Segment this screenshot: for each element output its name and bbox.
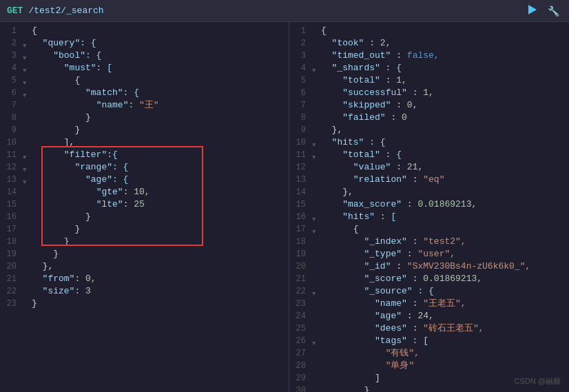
code-segment: "SxMV230Bs4n-zU6k6k0_", [407,261,530,271]
line-content: { [320,25,569,37]
code-line: 6▼ "match": { [0,87,289,99]
line-content: "lte": 25 [30,198,289,211]
code-segment: 0.01869213, [417,199,477,209]
code-line: 1{ [289,25,569,37]
code-line: 22▼ "_source" : { [289,285,569,298]
code-segment [321,360,386,371]
code-segment: } [32,112,91,123]
code-segment: "name" [96,100,129,110]
code-segment: "单身" [386,360,415,371]
code-segment: 2, [380,38,391,48]
code-segment: } [321,385,369,392]
code-line: 5▼ { [0,74,289,87]
code-segment: "must": [ [32,63,112,73]
line-content: "hits" : { [320,136,569,149]
expand-icon[interactable]: ▼ [312,152,315,164]
line-number: 23 [289,298,311,310]
expand-icon[interactable]: ▼ [312,226,315,238]
run-button[interactable] [526,3,539,18]
code-segment: "_id" [364,261,391,271]
code-segment: "_shards" : { [321,63,402,73]
expand-icon[interactable]: ▼ [23,90,26,102]
right-panel[interactable]: 1{2 "took" : 2,3 "timed_out" : false,4▼ … [289,22,569,392]
code-segment [32,286,43,296]
request-path: /test2/_search [28,6,103,16]
code-segment: : [407,174,423,185]
expand-icon[interactable]: ▼ [312,288,315,300]
code-segment: } [32,249,59,259]
line-content: "relation" : "eq" [320,174,569,186]
left-panel[interactable]: 1{2▼ "query": {3▼ "bool": {4▼ "must": [5… [0,22,289,392]
code-line: 20 }, [0,260,289,273]
line-content: { [30,74,289,87]
code-segment: : [380,75,396,85]
code-segment: "took" [332,38,364,48]
code-line: 4▼ "_shards" : { [289,62,569,74]
code-segment: ] [321,373,380,383]
line-number: 19 [0,248,22,260]
line-content: "from": 0, [30,273,289,285]
settings-button[interactable]: 🔧 [545,4,562,18]
line-content: "tags" : [ [320,335,569,347]
code-line: 10 ], [0,136,289,149]
line-number: 17 [0,223,22,236]
code-segment: }, [32,261,53,271]
code-line: 21 "_score" : 0.01869213, [289,273,569,285]
line-number: 4 [0,62,22,74]
code-line: 2▼ "query": { [0,37,289,50]
code-line: 8 "failed" : 0 [289,112,569,124]
expand-icon[interactable]: ▼ [23,152,26,164]
line-number: 8 [289,112,311,124]
line-number: 6 [289,87,311,99]
expand-icon[interactable]: ▼ [23,65,26,77]
code-segment: 3 [85,286,91,296]
line-content: "单身" [320,360,569,372]
line-content: "value" : 21, [320,161,569,174]
line-content: }, [320,186,569,198]
code-segment [321,87,342,98]
line-content: "match": { [30,87,289,99]
expand-icon[interactable]: ▼ [23,176,26,189]
code-segment: : [407,323,423,333]
line-content: "total" : { [320,149,569,161]
line-number: 9 [0,124,22,136]
code-segment: : [123,199,134,209]
code-line: 1{ [0,25,289,37]
code-segment: "王" [139,100,159,110]
code-segment: "timed_out" [332,50,391,61]
line-content: "took" : 2, [320,37,569,50]
code-line: 9 }, [289,124,569,136]
code-line: 15 "max_score" : 0.01869213, [289,198,569,211]
code-line: 17▼ { [289,223,569,236]
code-segment: "age" [375,311,402,321]
code-segment [321,199,342,209]
line-number: 22 [0,285,22,298]
expand-icon[interactable]: ▼ [312,65,315,77]
code-segment: : [128,100,139,110]
code-segment: "hits" : [ [321,212,396,222]
expand-icon[interactable]: ▼ [312,214,315,226]
line-number: 28 [289,360,311,372]
line-content: "total" : 1, [320,74,569,87]
line-number: 22 [289,285,311,298]
code-segment: "successful" [342,87,407,98]
code-segment [32,199,96,209]
expand-icon[interactable]: ▼ [23,77,26,90]
line-content: "max_score" : 0.01869213, [320,198,569,211]
line-content: "name" : "王老五", [320,298,569,310]
line-number: 7 [0,99,22,112]
code-segment: : [391,162,406,172]
expand-icon[interactable]: ▼ [23,52,26,65]
expand-icon[interactable]: ▼ [312,139,315,152]
code-segment [321,311,375,321]
line-content: "range": { [30,161,289,174]
expand-icon[interactable]: ▼ [312,338,315,350]
expand-icon[interactable]: ▼ [23,40,26,52]
line-content: } [30,236,289,248]
expand-icon[interactable]: ▼ [23,164,26,176]
line-content: } [30,112,289,124]
code-segment [321,75,342,85]
code-line: 18 "_index" : "test2", [289,236,569,248]
wrench-icon: 🔧 [548,6,559,17]
line-content: "age" : 24, [320,310,569,322]
